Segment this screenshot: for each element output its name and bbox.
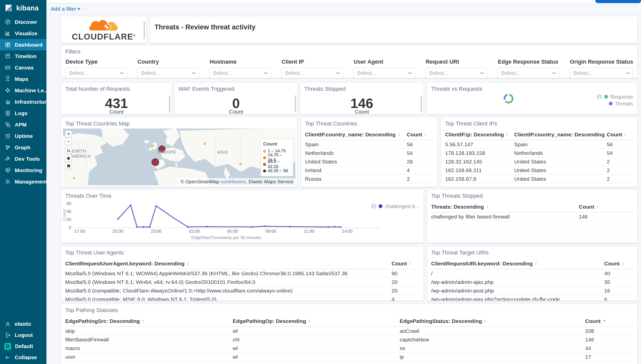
filter-select-origin-response-status[interactable]: Select...: [570, 68, 633, 78]
map-rectangle-tool-button[interactable]: [65, 162, 72, 169]
sidebar-item-timelion[interactable]: Timelion: [0, 50, 46, 62]
sidebar: kibana DiscoverVisualizeDashboardTimelio…: [0, 0, 46, 364]
table-row: 128.32.162.145United States2: [445, 157, 633, 166]
sort-icon: ▲▼: [486, 205, 488, 209]
plus-icon: +: [77, 6, 80, 12]
sidebar-item-infrastructure[interactable]: Infrastructure: [0, 96, 46, 107]
update-button[interactable]: [595, 0, 641, 3]
table-cell: 40: [604, 270, 633, 277]
map-zoom-in-button[interactable]: +: [65, 131, 72, 137]
map-polygon-tool-button[interactable]: [65, 155, 72, 161]
sidebar-item-dev-tools[interactable]: Dev Tools: [0, 153, 46, 165]
visualize-icon: [5, 30, 11, 37]
sidebar-item-label: Maps: [15, 76, 28, 82]
table-row: userwlip17: [65, 353, 633, 361]
table-row: /wp-admin/admin-post.php16: [431, 286, 633, 295]
table-cell: /wp-admin/admin-post.php: [431, 288, 604, 294]
filter-grid: Device TypeSelect...CountrySelect...Host…: [65, 59, 633, 78]
column-header[interactable]: Count▲▼: [579, 204, 633, 210]
column-header[interactable]: Threats: Descending▲▼: [431, 204, 579, 210]
select-placeholder: Select...: [213, 70, 232, 76]
legend-label[interactable]: Threats: [615, 101, 633, 107]
sidebar-item-management[interactable]: Management: [0, 176, 46, 187]
table-cell: 178.128.193.158: [445, 150, 514, 156]
column-header[interactable]: ClientIP.country_name: Descending▲▼: [514, 132, 607, 138]
chevron-down-icon: [552, 72, 556, 74]
table-cell: Spain: [305, 141, 407, 148]
filter-select-hostname[interactable]: Select...: [210, 68, 271, 78]
kibana-logo[interactable]: kibana: [0, 0, 46, 16]
table-header: ClientIP.ip: Descending▲▼ClientIP.countr…: [445, 131, 633, 140]
table-row: [431, 221, 633, 232]
filter-select-edge-response-status[interactable]: Select...: [498, 68, 559, 78]
sidebar-item-label: Machine Le...: [15, 87, 46, 94]
filter-select-device-type[interactable]: Select...: [65, 68, 127, 78]
sidebar-item-label: Graph: [15, 144, 30, 151]
sidebar-footer-logout[interactable]: Logout: [0, 330, 46, 341]
sidebar-item-dashboard[interactable]: Dashboard: [0, 39, 46, 50]
filter-select-request-uri[interactable]: Select...: [426, 68, 487, 78]
table-header: ClientRequestUserAgent.keyword: Descendi…: [65, 260, 419, 269]
column-header[interactable]: ClientRequestURI.keyword: Descending▲▼: [431, 261, 604, 267]
panel-scrollbar[interactable]: [169, 95, 170, 113]
column-header[interactable]: ClientRequestUserAgent.keyword: Descendi…: [65, 261, 392, 267]
threats-over-time-chart[interactable]: 020406017:0020:0023:0002:0005:0008:0011:…: [61, 190, 424, 243]
column-header[interactable]: ClientIP.ip: Descending▲▼: [445, 132, 514, 138]
sidebar-footer-default[interactable]: DDefault: [0, 341, 46, 352]
table-row: Spain56: [305, 140, 433, 149]
apm-icon: [5, 121, 11, 128]
osm-contributors-link[interactable]: contributors,: [221, 179, 247, 184]
add-filter-link[interactable]: Add a filter+: [51, 6, 80, 12]
column-header[interactable]: ClientIP.country_name: Descending▲▼: [305, 132, 407, 138]
devtools-icon: [5, 156, 11, 162]
filters-panel-title: Filters: [65, 48, 80, 55]
column-header[interactable]: Count▲▼: [407, 132, 433, 138]
threats-vs-requests-donut[interactable]: [502, 92, 515, 105]
column-header[interactable]: EdgePathingStatus: Descending▲▼: [400, 318, 585, 324]
sidebar-item-uptime[interactable]: Uptime: [0, 130, 46, 142]
sidebar-item-maps[interactable]: Maps: [0, 73, 46, 85]
filter-label: Origin Response Status: [570, 59, 633, 65]
column-header[interactable]: EdgePathingOp: Descending▲▼: [233, 318, 400, 324]
sidebar-item-graph[interactable]: Graph: [0, 142, 46, 153]
column-header[interactable]: EdgePathingSrc: Descending▲▼: [65, 318, 233, 324]
column-header[interactable]: Count▼: [585, 318, 633, 324]
panel-scrollbar[interactable]: [144, 21, 145, 39]
dashboard-icon: [5, 42, 11, 48]
map-title: Top Threat Countries Map: [65, 120, 130, 127]
sidebar-item-visualize[interactable]: Visualize: [0, 28, 46, 39]
panel-scrollbar[interactable]: [421, 95, 422, 113]
legend-label[interactable]: challenged b...: [385, 203, 419, 209]
table-cell: 35: [604, 279, 633, 285]
column-header[interactable]: Count▲▼: [604, 261, 633, 267]
filter-select-country[interactable]: Select...: [138, 68, 199, 78]
panel-scrollbar[interactable]: [295, 95, 296, 113]
filter-select-client-ip[interactable]: Select...: [282, 68, 343, 78]
sidebar-footer-elastic[interactable]: elastic: [0, 318, 46, 330]
legend-toggle-icon[interactable]: ❯: [371, 204, 376, 209]
column-header[interactable]: Count▲▼: [392, 261, 419, 267]
column-header[interactable]: Count▲▼: [607, 132, 633, 138]
management-icon: [5, 178, 11, 185]
sidebar-item-logs[interactable]: Logs: [0, 107, 46, 119]
legend-toggle-icon[interactable]: ❯: [597, 94, 602, 99]
sidebar-item-discover[interactable]: Discover: [0, 16, 46, 28]
filter-select-user-agent[interactable]: Select...: [354, 68, 415, 78]
world-map[interactable]: NORTH AMERICA EUROPE ASIA + − Count 1 – …: [63, 129, 295, 185]
top-threat-target-uris-title: Top Threat Target URIs: [431, 249, 489, 256]
polygon-icon: [67, 156, 70, 160]
sidebar-footer-collapse[interactable]: Collapse: [0, 352, 46, 363]
sidebar-item-machine-le-[interactable]: Machine Le...: [0, 85, 46, 96]
map-crop-tool-button[interactable]: [65, 147, 72, 154]
svg-text:23:00: 23:00: [151, 229, 162, 234]
sidebar-item-monitoring[interactable]: Monitoring: [0, 165, 46, 176]
sidebar-item-apm[interactable]: APM: [0, 119, 46, 130]
legend-label[interactable]: Requests: [610, 94, 633, 100]
map-zoom-out-button[interactable]: −: [65, 138, 72, 145]
metric-total-requests: Total Number of Requests 431 Count: [61, 82, 172, 115]
sidebar-item-label: Canvas: [15, 65, 34, 71]
sidebar-footer: elasticLogoutDDefaultCollapse: [0, 318, 46, 363]
svg-text:EdgeStartTimestamp per 30 minu: EdgeStartTimestamp per 30 minutes: [191, 235, 261, 240]
sidebar-item-canvas[interactable]: Canvas: [0, 62, 46, 73]
sort-icon: ▲▼: [187, 262, 189, 266]
